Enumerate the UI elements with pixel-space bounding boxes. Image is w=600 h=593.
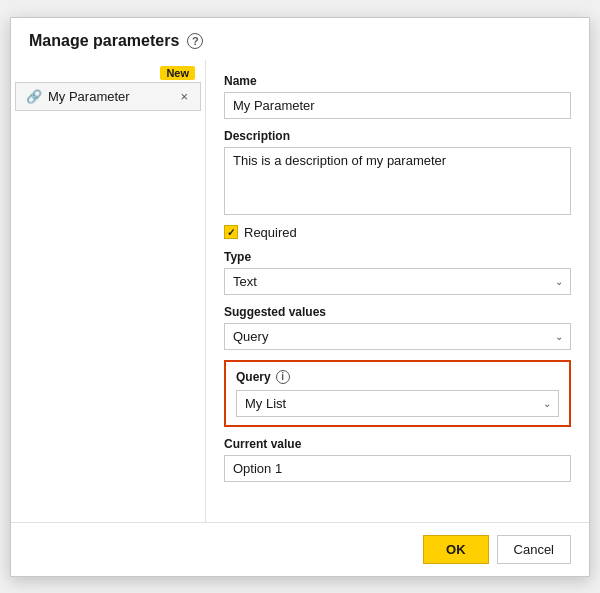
ok-button[interactable]: OK <box>423 535 489 564</box>
query-label-row: Query i <box>236 370 559 384</box>
new-badge: New <box>160 66 195 80</box>
cancel-button[interactable]: Cancel <box>497 535 571 564</box>
query-select-wrapper: My List ⌄ <box>236 390 559 417</box>
type-label: Type <box>224 250 571 264</box>
dialog-header: Manage parameters ? <box>11 18 589 60</box>
query-label: Query <box>236 370 271 384</box>
close-parameter-button[interactable]: × <box>178 89 190 104</box>
right-panel: Name Description This is a description o… <box>206 60 589 522</box>
description-field-group: Description This is a description of my … <box>224 129 571 215</box>
query-info-icon[interactable]: i <box>276 370 290 384</box>
parameter-name: My Parameter <box>48 89 130 104</box>
query-select[interactable]: My List <box>236 390 559 417</box>
dialog-title: Manage parameters <box>29 32 179 50</box>
dialog-body: New 🔗 My Parameter × Name Description Th… <box>11 60 589 522</box>
suggested-values-field-group: Suggested values Query Any value List of… <box>224 305 571 350</box>
parameter-list-item[interactable]: 🔗 My Parameter × <box>15 82 201 111</box>
dialog-footer: OK Cancel <box>11 522 589 576</box>
parameter-icon: 🔗 <box>26 89 42 104</box>
suggested-values-select[interactable]: Query Any value List of values <box>224 323 571 350</box>
param-item-left: 🔗 My Parameter <box>26 89 130 104</box>
left-panel: New 🔗 My Parameter × <box>11 60 206 522</box>
current-value-label: Current value <box>224 437 571 451</box>
required-checkbox[interactable] <box>224 225 238 239</box>
current-value-input[interactable] <box>224 455 571 482</box>
help-icon[interactable]: ? <box>187 33 203 49</box>
description-label: Description <box>224 129 571 143</box>
name-field-group: Name <box>224 74 571 119</box>
query-section: Query i My List ⌄ <box>224 360 571 427</box>
name-label: Name <box>224 74 571 88</box>
type-field-group: Type Text Decimal Number True/False Date… <box>224 250 571 295</box>
suggested-values-select-wrapper: Query Any value List of values ⌄ <box>224 323 571 350</box>
new-badge-row: New <box>11 60 205 82</box>
current-value-field-group: Current value <box>224 437 571 482</box>
required-label: Required <box>244 225 297 240</box>
description-input[interactable]: This is a description of my parameter <box>224 147 571 215</box>
type-select[interactable]: Text Decimal Number True/False Date Date… <box>224 268 571 295</box>
required-row: Required <box>224 225 571 240</box>
manage-parameters-dialog: Manage parameters ? New 🔗 My Parameter ×… <box>10 17 590 577</box>
type-select-wrapper: Text Decimal Number True/False Date Date… <box>224 268 571 295</box>
suggested-values-label: Suggested values <box>224 305 571 319</box>
name-input[interactable] <box>224 92 571 119</box>
